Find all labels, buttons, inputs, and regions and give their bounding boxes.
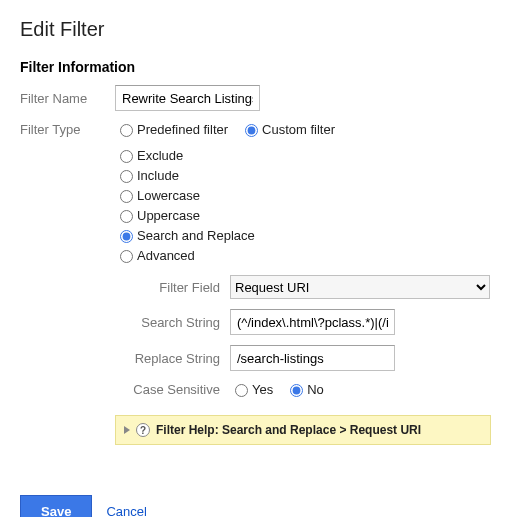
filter-type-label: Filter Type	[20, 122, 115, 137]
replace-string-label: Replace String	[115, 351, 230, 366]
option-exclude[interactable]: Exclude	[115, 147, 491, 163]
page-title: Edit Filter	[20, 18, 491, 41]
search-string-input[interactable]	[230, 309, 395, 335]
custom-filter-options: Exclude Include Lowercase Uppercase Sear…	[115, 147, 491, 263]
option-exclude-label: Exclude	[137, 148, 183, 163]
filter-name-label: Filter Name	[20, 91, 115, 106]
case-sensitive-no-radio[interactable]	[290, 384, 303, 397]
filter-help-box[interactable]: ? Filter Help: Search and Replace > Requ…	[115, 415, 491, 445]
option-uppercase[interactable]: Uppercase	[115, 207, 491, 223]
option-lowercase-radio[interactable]	[120, 190, 133, 203]
option-search-replace-label: Search and Replace	[137, 228, 255, 243]
case-sensitive-yes[interactable]: Yes	[230, 381, 273, 397]
option-search-replace[interactable]: Search and Replace	[115, 227, 491, 243]
case-sensitive-no[interactable]: No	[285, 381, 324, 397]
case-sensitive-label: Case Sensitive	[115, 382, 230, 397]
option-include-label: Include	[137, 168, 179, 183]
help-icon: ?	[136, 423, 150, 437]
search-string-label: Search String	[115, 315, 230, 330]
option-lowercase-label: Lowercase	[137, 188, 200, 203]
option-lowercase[interactable]: Lowercase	[115, 187, 491, 203]
option-include[interactable]: Include	[115, 167, 491, 183]
filter-type-custom[interactable]: Custom filter	[240, 121, 335, 137]
filter-type-predefined-label: Predefined filter	[137, 122, 228, 137]
filter-type-custom-label: Custom filter	[262, 122, 335, 137]
filter-field-label: Filter Field	[115, 280, 230, 295]
filter-type-predefined-radio[interactable]	[120, 124, 133, 137]
filter-name-input[interactable]	[115, 85, 260, 111]
filter-help-text: Filter Help: Search and Replace > Reques…	[156, 423, 421, 437]
case-sensitive-yes-radio[interactable]	[235, 384, 248, 397]
option-advanced-label: Advanced	[137, 248, 195, 263]
filter-type-predefined[interactable]: Predefined filter	[115, 121, 228, 137]
cancel-link[interactable]: Cancel	[106, 504, 146, 517]
filter-type-custom-radio[interactable]	[245, 124, 258, 137]
case-sensitive-no-label: No	[307, 382, 324, 397]
chevron-right-icon	[124, 426, 130, 434]
option-uppercase-radio[interactable]	[120, 210, 133, 223]
section-title: Filter Information	[20, 59, 491, 75]
save-button[interactable]: Save	[20, 495, 92, 517]
replace-string-input[interactable]	[230, 345, 395, 371]
option-advanced-radio[interactable]	[120, 250, 133, 263]
option-exclude-radio[interactable]	[120, 150, 133, 163]
option-advanced[interactable]: Advanced	[115, 247, 491, 263]
option-include-radio[interactable]	[120, 170, 133, 183]
case-sensitive-yes-label: Yes	[252, 382, 273, 397]
option-search-replace-radio[interactable]	[120, 230, 133, 243]
option-uppercase-label: Uppercase	[137, 208, 200, 223]
filter-field-select[interactable]: Request URI	[230, 275, 490, 299]
